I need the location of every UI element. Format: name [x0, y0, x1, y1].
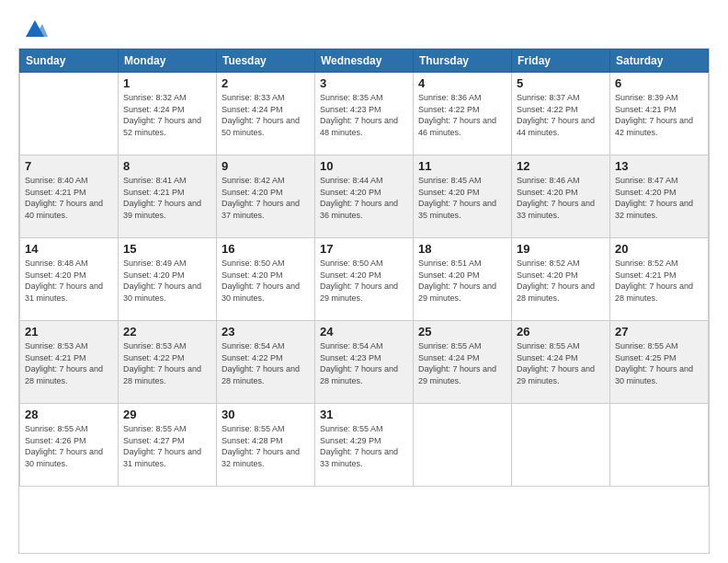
day-cell: 16Sunrise: 8:50 AMSunset: 4:20 PMDayligh… — [217, 238, 315, 321]
header — [18, 15, 710, 40]
day-cell: 23Sunrise: 8:54 AMSunset: 4:22 PMDayligh… — [217, 321, 315, 404]
cell-info: Sunrise: 8:55 AMSunset: 4:26 PMDaylight:… — [25, 423, 113, 469]
day-number: 2 — [222, 76, 310, 90]
day-cell: 22Sunrise: 8:53 AMSunset: 4:22 PMDayligh… — [119, 321, 217, 404]
cell-info: Sunrise: 8:50 AMSunset: 4:20 PMDaylight:… — [320, 258, 408, 304]
cell-info: Sunrise: 8:39 AMSunset: 4:21 PMDaylight:… — [615, 92, 703, 138]
day-number: 19 — [517, 242, 605, 256]
day-cell: 14Sunrise: 8:48 AMSunset: 4:20 PMDayligh… — [20, 238, 119, 321]
day-number: 14 — [25, 242, 113, 256]
day-cell: 7Sunrise: 8:40 AMSunset: 4:21 PMDaylight… — [20, 155, 119, 238]
day-cell: 4Sunrise: 8:36 AMSunset: 4:22 PMDaylight… — [414, 73, 512, 155]
cell-info: Sunrise: 8:50 AMSunset: 4:20 PMDaylight:… — [222, 258, 310, 304]
day-cell: 2Sunrise: 8:33 AMSunset: 4:24 PMDaylight… — [217, 73, 315, 155]
day-number: 18 — [418, 242, 506, 256]
cell-info: Sunrise: 8:35 AMSunset: 4:23 PMDaylight:… — [320, 92, 408, 138]
day-cell: 12Sunrise: 8:46 AMSunset: 4:20 PMDayligh… — [512, 155, 610, 238]
day-cell: 3Sunrise: 8:35 AMSunset: 4:23 PMDaylight… — [315, 73, 414, 155]
day-number: 13 — [615, 159, 703, 173]
day-cell: 29Sunrise: 8:55 AMSunset: 4:27 PMDayligh… — [119, 404, 217, 487]
day-cell: 5Sunrise: 8:37 AMSunset: 4:22 PMDaylight… — [512, 73, 610, 155]
day-number: 23 — [222, 325, 310, 339]
day-cell: 26Sunrise: 8:55 AMSunset: 4:24 PMDayligh… — [512, 321, 610, 404]
day-number: 11 — [418, 159, 506, 173]
cell-info: Sunrise: 8:33 AMSunset: 4:24 PMDaylight:… — [222, 92, 310, 138]
cell-info: Sunrise: 8:54 AMSunset: 4:22 PMDaylight:… — [222, 340, 310, 386]
weekday-header: Sunday — [20, 50, 119, 73]
day-cell: 28Sunrise: 8:55 AMSunset: 4:26 PMDayligh… — [20, 404, 119, 487]
cell-info: Sunrise: 8:52 AMSunset: 4:20 PMDaylight:… — [517, 258, 605, 304]
day-number: 8 — [123, 159, 211, 173]
day-cell: 15Sunrise: 8:49 AMSunset: 4:20 PMDayligh… — [119, 238, 217, 321]
cell-info: Sunrise: 8:42 AMSunset: 4:20 PMDaylight:… — [222, 175, 310, 221]
day-cell — [20, 73, 119, 155]
cell-info: Sunrise: 8:55 AMSunset: 4:28 PMDaylight:… — [222, 423, 310, 469]
day-cell — [512, 404, 610, 487]
day-cell: 19Sunrise: 8:52 AMSunset: 4:20 PMDayligh… — [512, 238, 610, 321]
cell-info: Sunrise: 8:53 AMSunset: 4:22 PMDaylight:… — [123, 340, 211, 386]
day-number: 1 — [123, 76, 211, 90]
cell-info: Sunrise: 8:40 AMSunset: 4:21 PMDaylight:… — [25, 175, 113, 221]
cell-info: Sunrise: 8:47 AMSunset: 4:20 PMDaylight:… — [615, 175, 703, 221]
day-number: 9 — [222, 159, 310, 173]
day-cell: 31Sunrise: 8:55 AMSunset: 4:29 PMDayligh… — [315, 404, 414, 487]
day-cell — [414, 404, 512, 487]
day-cell — [610, 404, 709, 487]
day-cell: 1Sunrise: 8:32 AMSunset: 4:24 PMDaylight… — [119, 73, 217, 155]
day-number: 28 — [25, 408, 113, 421]
day-number: 26 — [517, 325, 605, 339]
cell-info: Sunrise: 8:48 AMSunset: 4:20 PMDaylight:… — [25, 258, 113, 304]
weekday-header: Thursday — [414, 50, 512, 73]
cell-info: Sunrise: 8:45 AMSunset: 4:20 PMDaylight:… — [418, 175, 506, 221]
weekday-header: Tuesday — [217, 50, 315, 73]
day-number: 10 — [320, 159, 408, 173]
cell-info: Sunrise: 8:44 AMSunset: 4:20 PMDaylight:… — [320, 175, 408, 221]
day-number: 24 — [320, 325, 408, 339]
cell-info: Sunrise: 8:32 AMSunset: 4:24 PMDaylight:… — [123, 92, 211, 138]
cell-info: Sunrise: 8:49 AMSunset: 4:20 PMDaylight:… — [123, 258, 211, 304]
day-number: 31 — [320, 408, 408, 421]
weekday-header: Wednesday — [315, 50, 414, 73]
day-number: 22 — [123, 325, 211, 339]
cell-info: Sunrise: 8:55 AMSunset: 4:27 PMDaylight:… — [123, 423, 211, 469]
weekday-header: Monday — [119, 50, 217, 73]
calendar: SundayMondayTuesdayWednesdayThursdayFrid… — [18, 48, 710, 554]
day-number: 5 — [517, 76, 605, 90]
day-number: 20 — [615, 242, 703, 256]
day-number: 12 — [517, 159, 605, 173]
day-number: 15 — [123, 242, 211, 256]
day-cell: 30Sunrise: 8:55 AMSunset: 4:28 PMDayligh… — [217, 404, 315, 487]
day-cell: 18Sunrise: 8:51 AMSunset: 4:20 PMDayligh… — [414, 238, 512, 321]
cell-info: Sunrise: 8:51 AMSunset: 4:20 PMDaylight:… — [418, 258, 506, 304]
logo-icon — [22, 15, 48, 40]
day-number: 21 — [25, 325, 113, 339]
cell-info: Sunrise: 8:41 AMSunset: 4:21 PMDaylight:… — [123, 175, 211, 221]
cell-info: Sunrise: 8:54 AMSunset: 4:23 PMDaylight:… — [320, 340, 408, 386]
day-number: 30 — [222, 408, 310, 421]
cell-info: Sunrise: 8:37 AMSunset: 4:22 PMDaylight:… — [517, 92, 605, 138]
day-number: 6 — [615, 76, 703, 90]
day-number: 7 — [25, 159, 113, 173]
day-cell: 13Sunrise: 8:47 AMSunset: 4:20 PMDayligh… — [610, 155, 709, 238]
cell-info: Sunrise: 8:55 AMSunset: 4:24 PMDaylight:… — [517, 340, 605, 386]
day-cell: 27Sunrise: 8:55 AMSunset: 4:25 PMDayligh… — [610, 321, 709, 404]
day-cell: 21Sunrise: 8:53 AMSunset: 4:21 PMDayligh… — [20, 321, 119, 404]
day-number: 17 — [320, 242, 408, 256]
cell-info: Sunrise: 8:55 AMSunset: 4:24 PMDaylight:… — [418, 340, 506, 386]
page: SundayMondayTuesdayWednesdayThursdayFrid… — [0, 0, 728, 563]
day-cell: 10Sunrise: 8:44 AMSunset: 4:20 PMDayligh… — [315, 155, 414, 238]
logo — [18, 15, 48, 40]
day-number: 3 — [320, 76, 408, 90]
day-cell: 25Sunrise: 8:55 AMSunset: 4:24 PMDayligh… — [414, 321, 512, 404]
cell-info: Sunrise: 8:55 AMSunset: 4:29 PMDaylight:… — [320, 423, 408, 469]
day-cell: 11Sunrise: 8:45 AMSunset: 4:20 PMDayligh… — [414, 155, 512, 238]
day-number: 27 — [615, 325, 703, 339]
day-number: 4 — [418, 76, 506, 90]
day-number: 29 — [123, 408, 211, 421]
day-cell: 6Sunrise: 8:39 AMSunset: 4:21 PMDaylight… — [610, 73, 709, 155]
day-number: 16 — [222, 242, 310, 256]
cell-info: Sunrise: 8:36 AMSunset: 4:22 PMDaylight:… — [418, 92, 506, 138]
day-cell: 24Sunrise: 8:54 AMSunset: 4:23 PMDayligh… — [315, 321, 414, 404]
day-number: 25 — [418, 325, 506, 339]
day-cell: 17Sunrise: 8:50 AMSunset: 4:20 PMDayligh… — [315, 238, 414, 321]
